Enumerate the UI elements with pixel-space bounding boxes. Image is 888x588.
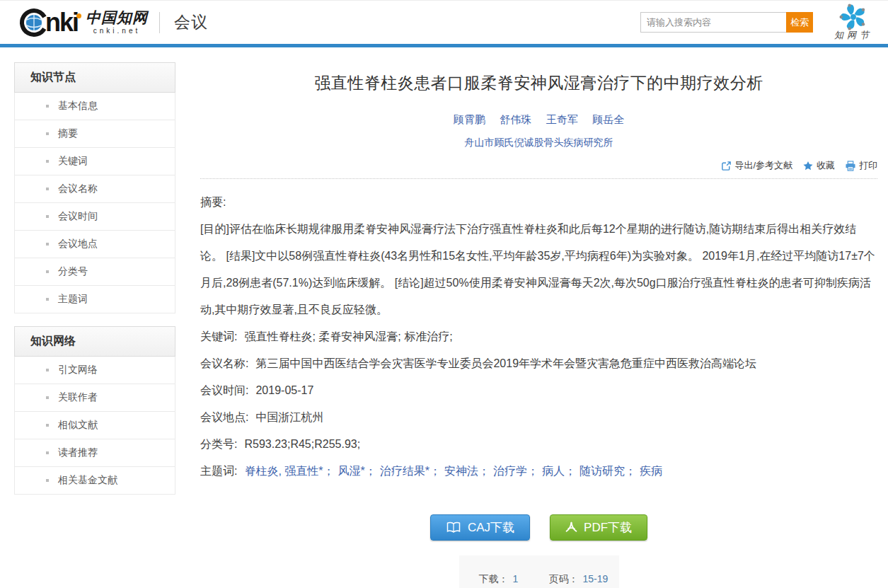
author-link[interactable]: 舒伟珠 [500,113,531,125]
clc-number-value: R593.23;R45;R255.93; [244,438,360,450]
bullet-icon [46,424,49,427]
main-content: 强直性脊柱炎患者口服柔脊安神风湿膏治疗下的中期疗效分析 顾霄鹏 舒伟珠 王奇军 … [200,62,877,588]
cnki-logo-chinese: 中国知网 [86,10,148,26]
subject-term-link[interactable]: 安神法； [444,465,490,477]
star-icon [802,161,814,171]
export-icon [721,161,732,171]
pinwheel-icon [836,3,871,31]
sidebar-item-label: 分类号 [58,265,88,278]
keywords-label: 关键词: [200,330,237,342]
bullet-icon [46,298,49,301]
logo-orange-dot [76,13,81,18]
conference-date-value: 2019-05-17 [255,384,313,396]
subject-term-link[interactable]: 治疗结果*； [380,465,441,477]
bullet-icon [46,105,49,108]
sidebar-item-reader-recommendation[interactable]: 读者推荐 [14,439,175,467]
conference-name-row: 会议名称:第三届中国中西医结合学会灾害医学专业委员会2019年学术年会暨灾害急危… [200,350,877,377]
subject-term-link[interactable]: 脊柱炎, 强直性*； [244,465,334,477]
cnki-logo[interactable]: nki 中国知网 cnki.net [18,7,148,38]
channel-title: 会议 [174,11,208,33]
subject-terms-label: 主题词: [200,465,237,477]
subject-term-link[interactable]: 风湿*； [338,465,376,477]
affiliation-link[interactable]: 舟山市顾氏倪诚股骨头疾病研究所 [465,137,613,148]
bullet-icon [46,451,49,454]
sidebar-item-label: 引文网络 [58,364,98,376]
print-button[interactable]: 打印 [845,159,877,172]
bullet-icon [46,160,49,163]
file-stats-box: 下载：1 页码：15-19 页数：5 大小：295k [459,555,619,588]
clc-number-row: 分类号:R593.23;R45;R255.93; [200,431,877,458]
site-header: nki 中国知网 cnki.net 会议 检索 [0,0,888,44]
abstract-text: [目的]评估在临床长期规律服用柔脊安神风湿膏疗法下治疗强直性脊柱炎和此后每12个… [200,216,877,323]
subject-term-link[interactable]: 病人； [542,465,576,477]
sidebar-item-label: 会议名称 [58,183,98,195]
sidebar-item-label: 主题词 [58,293,88,306]
sidebar-item-keywords[interactable]: 关键词 [14,148,175,175]
sidebar-item-label: 关键词 [58,155,88,168]
printer-icon [845,161,856,171]
sidebar-item-basic-info[interactable]: 基本信息 [14,93,175,120]
conference-date-label: 会议时间: [200,384,248,396]
search-button[interactable]: 检索 [786,12,813,33]
sidebar-item-label: 相似文献 [58,419,98,432]
bullet-icon [46,369,49,371]
sidebar-item-abstract[interactable]: 摘要 [14,120,175,148]
clc-number-label: 分类号: [200,438,237,450]
favorite-button[interactable]: 收藏 [802,159,835,172]
sidebar-item-conference-place[interactable]: 会议地点 [14,231,175,258]
pdf-person-icon [565,521,577,534]
sidebar-section-knowledge-node: 知识节点 [14,62,175,93]
sidebar-item-related-authors[interactable]: 关联作者 [14,384,175,412]
subject-terms-row: 主题词:脊柱炎, 强直性*；风湿*；治疗结果*；安神法；治疗学；病人；随访研究；… [200,458,877,485]
conference-place-row: 会议地点:中国浙江杭州 [200,404,877,431]
author-link[interactable]: 顾霄鹏 [454,113,485,125]
stat-download-count: 下载：1 [479,573,549,586]
bullet-icon [46,243,49,246]
bullet-icon [46,396,49,399]
author-list: 顾霄鹏 舒伟珠 王奇军 顾岳全 [200,113,877,127]
sidebar-item-similar-literature[interactable]: 相似文献 [14,412,175,439]
search-input[interactable] [640,12,786,33]
sidebar-item-label: 关联作者 [58,391,98,404]
sidebar-item-label: 会议地点 [58,238,98,250]
zhiwangjie-logo[interactable]: 知网节 [834,3,872,42]
conference-date-row: 会议时间:2019-05-17 [200,377,877,404]
bullet-icon [46,188,49,190]
keywords-row: 关键词:强直性脊柱炎; 柔脊安神风湿膏; 标准治疗; [200,323,877,350]
abstract-label: 摘要: [200,189,877,216]
conference-name-value: 第三届中国中西医结合学会灾害医学专业委员会2019年学术年会暨灾害急危重症中西医… [255,357,756,369]
subject-term-link[interactable]: 治疗学； [493,465,538,477]
sidebar-item-subject-terms[interactable]: 主题词 [14,286,175,313]
sidebar-item-conference-name[interactable]: 会议名称 [14,175,175,203]
conference-place-value: 中国浙江杭州 [255,411,323,423]
search-bar: 检索 [640,12,813,33]
sidebar-item-related-fund-literature[interactable]: 相关基金文献 [14,467,175,495]
sidebar-item-citation-network[interactable]: 引文网络 [14,357,175,384]
zhiwangjie-label: 知网节 [834,29,872,42]
book-icon [446,521,461,534]
cnki-logo-domain: cnki.net [86,27,148,35]
article-toolbar: 导出/参考文献 收藏 打印 [200,159,877,179]
sidebar-section-knowledge-network: 知识网络 [14,326,175,357]
bullet-icon [46,479,49,482]
sidebar-item-label: 会议时间 [58,210,98,223]
sidebar-item-label: 相关基金文献 [58,474,117,487]
sidebar-item-conference-date[interactable]: 会议时间 [14,203,175,231]
stat-page-range: 页码：15-19 [549,573,619,586]
subject-term-link[interactable]: 疾病 [640,465,662,477]
pdf-download-button[interactable]: PDF下载 [550,514,647,541]
caj-download-button[interactable]: CAJ下载 [430,514,530,541]
sidebar-item-label: 读者推荐 [58,446,98,459]
cnki-logo-letters: nki [45,10,83,35]
sidebar-item-clc-number[interactable]: 分类号 [14,258,175,286]
sidebar-item-label: 基本信息 [58,100,98,113]
bullet-icon [46,132,49,135]
author-link[interactable]: 顾岳全 [592,113,624,125]
author-link[interactable]: 王奇军 [546,113,578,125]
export-reference-button[interactable]: 导出/参考文献 [721,159,792,172]
download-buttons: CAJ下载 PDF下载 [200,514,877,541]
article-title: 强直性脊柱炎患者口服柔脊安神风湿膏治疗下的中期疗效分析 [200,72,877,94]
header-divider [159,12,160,33]
sidebar: 知识节点 基本信息 摘要 关键词 会议名称 会议时间 会议地点 分类号 主题词 … [14,62,175,588]
subject-term-link[interactable]: 随访研究； [579,465,636,477]
